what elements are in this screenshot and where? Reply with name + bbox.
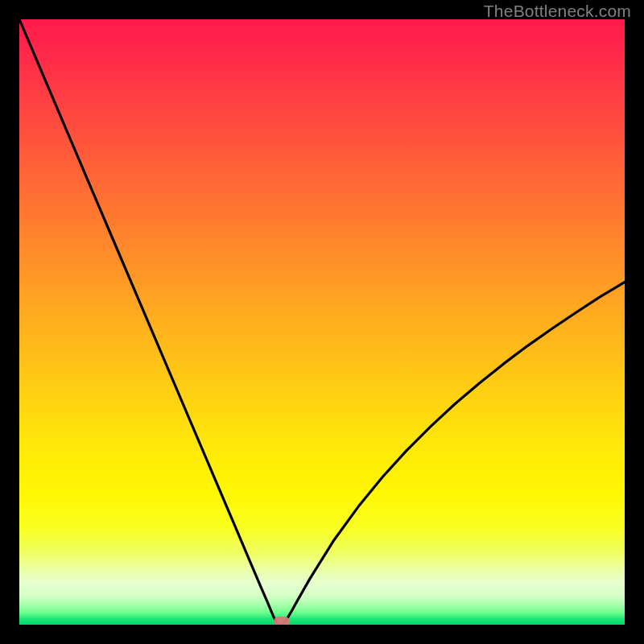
bottleneck-curve [19, 19, 625, 625]
chart-frame: TheBottleneck.com [0, 0, 644, 644]
watermark-text: TheBottleneck.com [484, 2, 631, 21]
minimum-marker [274, 617, 290, 625]
plot-area [19, 19, 625, 625]
